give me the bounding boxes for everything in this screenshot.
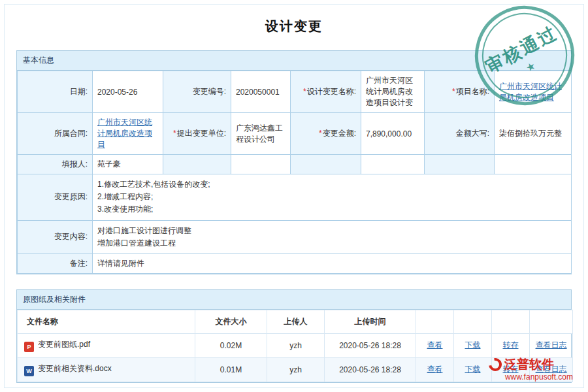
project-name-label: *项目名称:	[425, 71, 495, 113]
column-header-uploader: 上传人	[267, 310, 325, 333]
remark-label: 备注:	[18, 253, 93, 273]
pdf-file-icon: P	[24, 342, 34, 352]
change-no-label: 变更编号:	[163, 71, 231, 113]
change-amount-label: *变更金额:	[291, 113, 361, 155]
filler-label: 填报人:	[18, 155, 93, 174]
file-size: 0.02M	[195, 333, 267, 357]
change-content-value: 对港口施工设计图进行调整 增加港口管道建设工程	[93, 220, 572, 253]
project-name-link[interactable]: 广州市天河区统计局机房改造项目	[499, 82, 562, 102]
empty-label-cell	[291, 155, 361, 174]
proposing-unit-label: *提出变更单位:	[163, 113, 231, 155]
amount-in-words-label: 金额大写:	[425, 113, 495, 155]
file-uploader: yzh	[267, 357, 325, 382]
column-header-empty	[492, 310, 530, 333]
remark-value: 详情请见附件	[93, 253, 572, 273]
empty-value-cell	[361, 155, 425, 174]
attachments-table-header-row: 文件名称 文件大小 上传人 上传时间	[18, 310, 573, 333]
contract-link[interactable]: 广州市天河区统计局机房改造项目	[97, 118, 152, 149]
file-name: 变更前图纸.pdf	[38, 340, 90, 349]
empty-value-cell	[495, 155, 572, 174]
download-link[interactable]: 下载	[465, 365, 481, 374]
required-marker: *	[173, 129, 176, 138]
table-row: P变更前图纸.pdf 0.02M yzh 2020-05-26 18:28 查看…	[18, 333, 573, 357]
table-row: 日期: 2020-05-26 变更编号: 2020050001 *设计变更名称:…	[18, 71, 572, 113]
word-file-icon: W	[24, 366, 34, 376]
file-name: 变更前相关资料.docx	[38, 364, 112, 373]
view-log-link[interactable]: 查看日志	[536, 340, 567, 350]
required-marker: *	[319, 129, 322, 138]
file-upload-time: 2020-05-26 18:28	[325, 357, 416, 382]
proposing-unit-value: 广东鸿达鑫工程设计公司	[231, 113, 291, 155]
basic-info-table: 日期: 2020-05-26 变更编号: 2020050001 *设计变更名称:…	[17, 71, 572, 274]
page-title: 设计变更	[5, 5, 583, 35]
date-label: 日期:	[18, 71, 93, 113]
vendor-url: www.fanpusoft.com	[505, 372, 573, 382]
empty-label-cell	[163, 155, 231, 174]
required-marker: *	[452, 87, 455, 96]
column-header-empty	[416, 310, 454, 333]
contract-label: 所属合同:	[18, 113, 93, 155]
transfer-link[interactable]: 转存	[503, 340, 519, 350]
basic-info-section: 基本信息 日期: 2020-05-26 变更编号: 2020050001 *设计…	[16, 50, 572, 274]
column-header-upload-time: 上传时间	[325, 310, 416, 333]
vendor-logo: 泛普软件 www.fanpusoft.com	[489, 357, 573, 382]
change-no-value: 2020050001	[231, 71, 291, 113]
file-uploader: yzh	[267, 333, 325, 357]
table-row: 变更内容: 对港口施工设计图进行调整 增加港口管道建设工程	[18, 220, 572, 253]
view-link[interactable]: 查看	[427, 340, 443, 350]
contract-value: 广州市天河区统计局机房改造项目	[93, 113, 163, 155]
view-link[interactable]: 查看	[427, 365, 443, 374]
column-header-file-size: 文件大小	[195, 310, 267, 333]
design-change-name-value: 广州市天河区统计局机房改造项目设计变	[361, 71, 425, 113]
change-reason-value: 1.修改工艺技术,包括设备的改变; 2.增减工程内容; 3.改变使用功能;	[93, 174, 572, 221]
basic-info-section-header: 基本信息	[17, 51, 571, 71]
required-marker: *	[303, 87, 306, 96]
file-size: 0.01M	[195, 357, 267, 382]
table-row: 备注: 详情请见附件	[18, 253, 572, 273]
change-content-label: 变更内容:	[18, 220, 93, 253]
file-name-cell: P变更前图纸.pdf	[18, 333, 195, 357]
table-row: 所属合同: 广州市天河区统计局机房改造项目 *提出变更单位: 广东鸿达鑫工程设计…	[18, 113, 572, 155]
page-container: 设计变更 审核通过 ★ 基本信息 日期: 2020-05-26 变更编号: 20…	[4, 4, 584, 388]
file-upload-time: 2020-05-26 18:28	[325, 333, 416, 357]
column-header-file-name: 文件名称	[18, 310, 195, 333]
empty-value-cell	[231, 155, 291, 174]
change-reason-label: 变更原因:	[18, 174, 93, 221]
download-link[interactable]: 下载	[465, 340, 481, 350]
vendor-name: 泛普软件	[504, 357, 554, 372]
project-name-value: 广州市天河区统计局机房改造项目	[495, 71, 572, 113]
table-row: 填报人: 苑子豪	[18, 155, 572, 174]
empty-label-cell	[425, 155, 495, 174]
original-attachments-header: 原图纸及相关附件	[17, 290, 571, 310]
date-value: 2020-05-26	[93, 71, 163, 113]
design-change-name-label: *设计变更名称:	[291, 71, 361, 113]
change-amount-value: 7,890,000.00	[361, 113, 425, 155]
amount-in-words-value: 柒佰捌拾玖万元整	[495, 113, 572, 155]
filler-value: 苑子豪	[93, 155, 163, 174]
table-row: 变更原因: 1.修改工艺技术,包括设备的改变; 2.增减工程内容; 3.改变使用…	[18, 174, 572, 221]
file-name-cell: W变更前相关资料.docx	[18, 357, 195, 382]
column-header-empty	[530, 310, 573, 333]
vendor-swirl-icon	[486, 355, 504, 374]
column-header-empty	[454, 310, 492, 333]
